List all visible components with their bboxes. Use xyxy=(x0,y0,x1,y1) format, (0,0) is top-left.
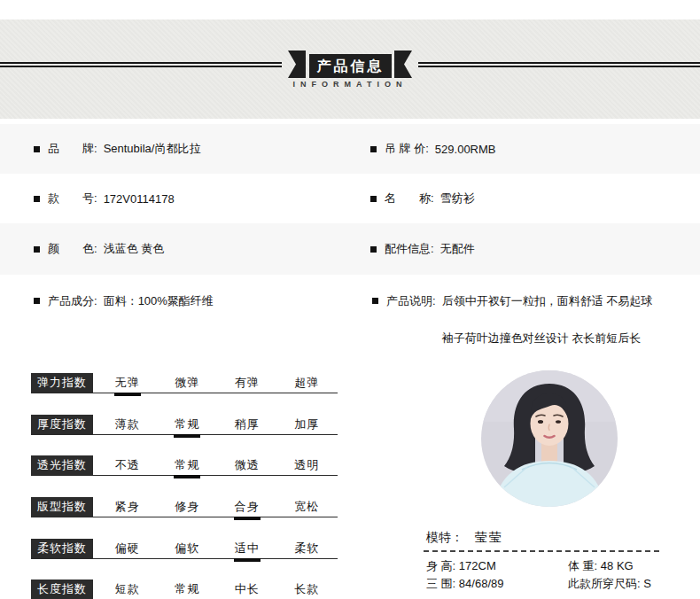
bullet-icon xyxy=(370,146,377,152)
stat-weight: 体 重: 48 KG xyxy=(568,557,659,574)
index-option: 短款 xyxy=(115,581,140,597)
info-label: 颜 色: xyxy=(48,241,97,257)
info-label: 吊 牌 价: xyxy=(385,141,429,157)
bullet-icon xyxy=(370,196,377,202)
info-value: 面料：100%聚酯纤维 xyxy=(104,283,214,320)
index-option: 常规 xyxy=(175,416,199,432)
index-row-translucency: 透光指数 不透 常规 微透 透明 xyxy=(31,455,338,476)
bullet-icon xyxy=(370,246,377,253)
index-option: 薄款 xyxy=(115,416,140,432)
info-value: 无配件 xyxy=(440,241,475,257)
index-options: 无弹 微弹 有弹 超弹 xyxy=(97,373,337,393)
index-option: 紧身 xyxy=(115,499,140,515)
index-option: 不透 xyxy=(115,457,140,473)
section-subtitle: INFORMATION xyxy=(0,80,700,89)
index-row-fit: 版型指数 紧身 修身 合身 宽松 xyxy=(31,497,338,517)
color-field: 颜 色: 浅蓝色 黄色 xyxy=(0,241,337,257)
info-label: 款 号: xyxy=(48,191,97,206)
description-line-2: 袖子荷叶边撞色对丝设计 衣长前短后长 xyxy=(442,320,653,357)
ribbon-left-icon xyxy=(288,51,306,78)
info-value: 雪纺衫 xyxy=(440,191,475,206)
index-row-length: 长度指数 短款 常规 中长 长款 xyxy=(31,580,338,599)
style-number-field: 款 号: 172V0114178 xyxy=(0,191,337,206)
index-option: 透明 xyxy=(294,457,319,473)
index-option: 有弹 xyxy=(235,375,260,391)
product-info-page: 产品信息 INFORMATION 品 牌: Sentubila/尚都比拉 吊 牌… xyxy=(0,0,700,599)
section-title: 产品信息 xyxy=(309,54,392,78)
info-label: 名 称: xyxy=(385,191,434,206)
index-option: 修身 xyxy=(175,499,199,515)
index-option: 长款 xyxy=(294,581,319,597)
info-value: 172V0114178 xyxy=(104,192,175,206)
model-label: 模特： xyxy=(426,530,463,546)
accessories-field: 配件信息: 无配件 xyxy=(337,241,700,257)
header-band: 产品信息 INFORMATION xyxy=(0,19,700,119)
index-option: 微透 xyxy=(235,457,260,473)
info-row-style-name: 款 号: 172V0114178 名 称: 雪纺衫 xyxy=(0,174,700,223)
index-row-thickness: 厚度指数 薄款 常规 稍厚 加厚 xyxy=(31,415,338,435)
index-row-label: 长度指数 xyxy=(31,580,93,599)
index-option: 偏软 xyxy=(175,541,199,556)
index-options: 不透 常规 微透 透明 xyxy=(97,455,337,475)
index-options: 偏硬 偏软 适中 柔软 xyxy=(97,539,337,558)
index-options: 薄款 常规 稍厚 加厚 xyxy=(97,415,337,434)
info-label: 产品成分: xyxy=(48,283,97,320)
index-row-label: 版型指数 xyxy=(31,497,93,517)
model-info-panel: 模特： 莹莹 身 高: 172CM 体 重: 48 KG 三 围: 84/68/… xyxy=(424,525,659,592)
description-line-1: 后领中开衩钉一粒扣，面料舒适 不易起球 xyxy=(442,283,653,320)
index-options: 紧身 修身 合身 宽松 xyxy=(97,497,337,517)
index-option: 超弹 xyxy=(294,375,319,391)
bullet-icon xyxy=(34,196,40,202)
info-value: Sentubila/尚都比拉 xyxy=(104,141,201,157)
info-value: 529.00RMB xyxy=(435,143,496,156)
model-portrait-illustration xyxy=(481,370,618,507)
info-label: 产品说明: xyxy=(386,283,436,320)
index-option: 宽松 xyxy=(294,499,319,515)
index-row-label: 厚度指数 xyxy=(31,415,93,434)
price-field: 吊 牌 价: 529.00RMB xyxy=(337,141,700,157)
section-title-text: 产品信息 xyxy=(317,58,385,74)
info-row-color-accessory: 颜 色: 浅蓝色 黄色 配件信息: 无配件 xyxy=(0,223,700,275)
description-field: 产品说明: 后领中开衩钉一粒扣，面料舒适 不易起球 袖子荷叶边撞色对丝设计 衣长… xyxy=(372,283,652,357)
index-option: 微弹 xyxy=(175,375,199,391)
index-option: 常规 xyxy=(175,581,199,597)
bullet-icon xyxy=(34,246,40,253)
index-row-label: 透光指数 xyxy=(31,455,93,475)
index-row-label: 弹力指数 xyxy=(31,373,93,393)
info-value: 浅蓝色 黄色 xyxy=(104,241,165,257)
bullet-icon xyxy=(372,298,378,304)
composition-field: 产品成分: 面料：100%聚酯纤维 xyxy=(34,283,214,320)
index-row-label: 柔软指数 xyxy=(31,539,93,558)
info-row-brand-price: 品 牌: Sentubila/尚都比拉 吊 牌 价: 529.00RMB xyxy=(0,124,700,174)
header-rule-right xyxy=(418,62,700,67)
model-stats: 身 高: 172CM 体 重: 48 KG 三 围: 84/68/89 此款所穿… xyxy=(424,552,659,592)
product-name-field: 名 称: 雪纺衫 xyxy=(337,191,700,206)
index-option: 适中 xyxy=(235,541,260,556)
index-option: 无弹 xyxy=(115,375,140,391)
model-name-row: 模特： 莹莹 xyxy=(424,525,659,550)
stat-measurements: 三 围: 84/68/89 xyxy=(426,575,568,592)
stat-height: 身 高: 172CM xyxy=(426,557,568,574)
info-label: 品 牌: xyxy=(48,141,97,157)
bullet-icon xyxy=(34,146,40,152)
index-option: 柔软 xyxy=(294,541,319,556)
index-option: 常规 xyxy=(175,457,199,473)
description-text: 后领中开衩钉一粒扣，面料舒适 不易起球 袖子荷叶边撞色对丝设计 衣长前短后长 xyxy=(442,283,653,357)
model-photo xyxy=(481,370,618,507)
model-name: 莹莹 xyxy=(475,530,503,546)
ribbon-right-icon xyxy=(394,51,412,78)
index-option: 偏硬 xyxy=(115,541,140,556)
index-row-elasticity: 弹力指数 无弹 微弹 有弹 超弹 xyxy=(31,373,338,393)
index-option: 中长 xyxy=(235,581,260,597)
info-label: 配件信息: xyxy=(385,241,434,257)
header-rule-left xyxy=(0,62,282,67)
index-option: 稍厚 xyxy=(235,416,260,432)
bullet-icon xyxy=(34,298,40,304)
index-row-softness: 柔软指数 偏硬 偏软 适中 柔软 xyxy=(31,539,338,559)
index-option: 合身 xyxy=(235,499,260,515)
brand-field: 品 牌: Sentubila/尚都比拉 xyxy=(0,141,337,157)
index-options: 短款 常规 中长 长款 xyxy=(97,580,337,599)
stat-size-worn: 此款所穿尺码: S xyxy=(568,575,659,592)
index-option: 加厚 xyxy=(294,416,319,432)
